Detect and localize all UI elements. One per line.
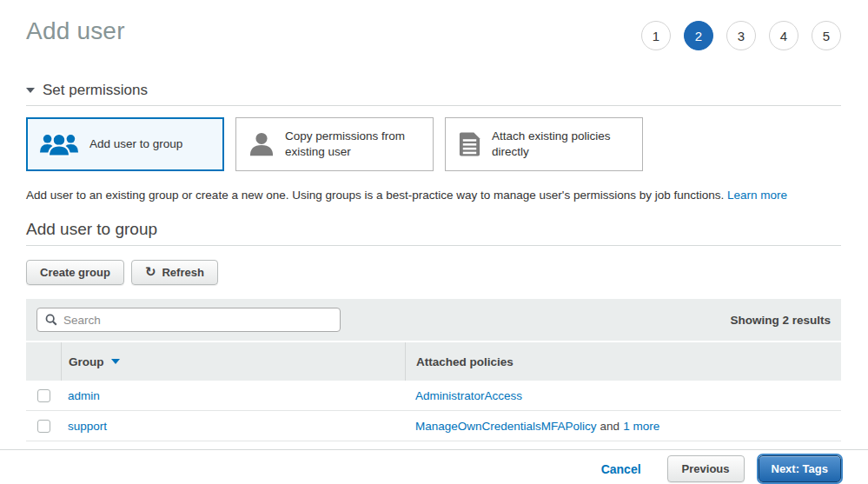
results-count: Showing 2 results	[730, 314, 831, 327]
header-checkbox-cell	[26, 342, 61, 381]
description-text: Add user to an existing group or create …	[26, 189, 724, 202]
search-icon	[45, 314, 57, 326]
refresh-icon: ↻	[145, 266, 156, 279]
group-link-support[interactable]: support	[68, 420, 107, 433]
group-cell: support	[61, 420, 405, 433]
page-title: Add user	[26, 17, 125, 45]
cancel-button[interactable]: Cancel	[601, 462, 641, 476]
option-attach-policies[interactable]: Attach existing policies directly	[445, 117, 643, 171]
option-add-user-to-group[interactable]: Add user to group	[26, 117, 224, 171]
policies-cell: AdministratorAccess	[405, 389, 841, 402]
policy-link[interactable]: AdministratorAccess	[415, 389, 522, 402]
group-cell: admin	[61, 389, 405, 402]
user-icon	[248, 130, 275, 158]
table-header: Group Attached policies	[26, 342, 841, 381]
page-header: Add user 1 2 3 4 5	[0, 0, 868, 50]
table-toolbar: Showing 2 results	[26, 299, 841, 341]
group-link-admin[interactable]: admin	[68, 389, 100, 402]
wizard-step-5[interactable]: 5	[812, 21, 841, 50]
divider	[26, 105, 841, 106]
sort-desc-icon	[111, 359, 120, 364]
refresh-label: Refresh	[162, 266, 203, 279]
row-checkbox-support[interactable]	[37, 420, 50, 433]
checkbox-cell	[26, 389, 61, 402]
table-row-admin[interactable]: admin AdministratorAccess	[26, 381, 841, 411]
previous-button[interactable]: Previous	[667, 455, 745, 482]
wizard-step-1[interactable]: 1	[641, 21, 671, 50]
table-row-support[interactable]: support ManageOwnCredentialsMFAPolicyand…	[26, 411, 841, 441]
group-section-heading: Add user to group	[26, 220, 842, 239]
row-checkbox-admin[interactable]	[37, 389, 50, 402]
permission-option-cards: Add user to group Copy permissions from …	[26, 117, 842, 171]
next-tags-button[interactable]: Next: Tags	[759, 455, 842, 482]
column-header-group-label: Group	[69, 355, 104, 368]
policy-link[interactable]: ManageOwnCredentialsMFAPolicy	[415, 420, 597, 433]
group-toolbar: Create group ↻ Refresh	[26, 260, 842, 285]
option-copy-permissions[interactable]: Copy permissions from existing user	[235, 117, 434, 171]
groups-panel: Showing 2 results Group Attached policie…	[26, 299, 841, 441]
document-icon	[458, 130, 481, 158]
wizard-footer: Cancel Previous Next: Tags	[0, 449, 868, 484]
wizard-steps: 1 2 3 4 5	[641, 21, 841, 50]
checkbox-cell	[26, 420, 61, 433]
group-icon	[39, 130, 79, 158]
wizard-step-4[interactable]: 4	[769, 21, 798, 50]
and-text: and	[600, 420, 620, 433]
option-label: Add user to group	[89, 136, 182, 152]
more-policies-link[interactable]: 1 more	[623, 420, 659, 433]
search-input[interactable]	[63, 314, 332, 327]
learn-more-link[interactable]: Learn more	[727, 189, 787, 202]
column-header-policies-label: Attached policies	[416, 355, 514, 368]
refresh-button[interactable]: ↻ Refresh	[131, 260, 218, 285]
search-box[interactable]	[36, 308, 341, 332]
wizard-step-3[interactable]: 3	[726, 21, 756, 50]
set-permissions-label: Set permissions	[43, 82, 148, 99]
column-header-group[interactable]: Group	[61, 342, 405, 381]
option-label: Copy permissions from existing user	[285, 129, 424, 159]
divider	[26, 245, 841, 246]
policies-cell: ManageOwnCredentialsMFAPolicyand1 more	[405, 420, 841, 433]
collapse-arrow-icon	[26, 88, 35, 93]
create-group-button[interactable]: Create group	[26, 260, 124, 285]
column-header-policies: Attached policies	[405, 342, 841, 381]
wizard-step-2[interactable]: 2	[684, 21, 713, 50]
option-label: Attach existing policies directly	[492, 129, 633, 159]
section-description: Add user to an existing group or create …	[26, 189, 842, 202]
set-permissions-toggle[interactable]: Set permissions	[26, 82, 842, 99]
